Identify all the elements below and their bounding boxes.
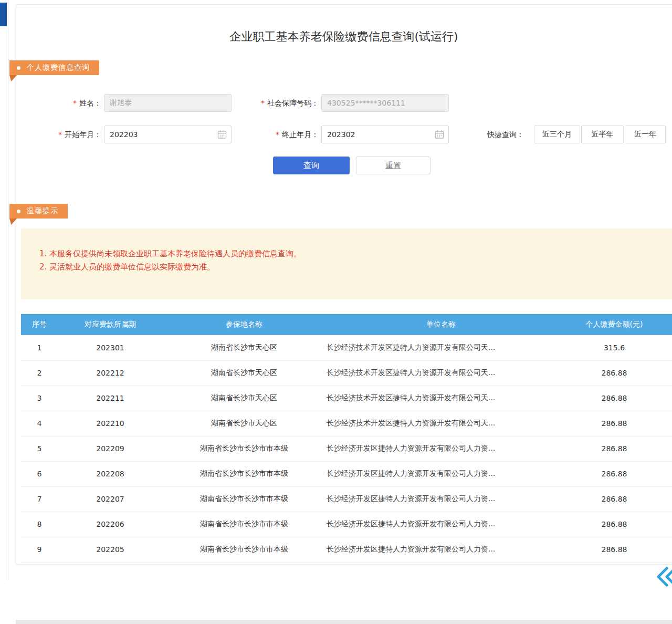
table-row: 6 202208 湖南省长沙市长沙市市本级 长沙经济开发区捷特人力资源开发有限公… [21,461,672,486]
cell-area: 湖南省长沙市天心区 [163,411,326,436]
sidebar-strip [0,0,8,580]
start-month-label: *开始年月： [32,126,101,143]
header-area: 参保地名称 [163,314,326,335]
required-asterisk: * [261,99,265,107]
table-row: 7 202207 湖南省长沙市长沙市市本级 长沙经济开发区捷特人力资源开发有限公… [21,486,672,512]
quick-btn-3months[interactable]: 近三个月 [534,126,580,143]
table-row: 4 202210 湖南省长沙市天心区 长沙经济技术开发区捷特人力资源开发有限公司… [21,411,672,436]
cell-period: 202211 [58,386,163,411]
cell-company: 长沙经济技术开发区捷特人力资源开发有限公司天... [326,386,556,411]
tips-line-1: 1. 本服务仅提供尚未领取企业职工基本养老保险待遇人员的缴费信息查询。 [39,247,662,261]
reset-button[interactable]: 重置 [356,157,430,174]
cell-index: 5 [21,436,58,461]
required-asterisk: * [58,130,62,139]
name-label: *姓名： [32,95,101,111]
cell-period: 202207 [58,486,163,512]
end-month-label: *终止年月： [242,126,319,143]
cell-index: 7 [21,486,58,512]
bullet-dot-icon [17,66,20,70]
cell-area: 湖南省长沙市长沙市市本级 [163,461,326,486]
cell-index: 3 [21,386,58,411]
quick-query-label: 快捷查询： [487,126,524,143]
quick-btn-1year[interactable]: 近一年 [625,126,666,143]
cell-area: 湖南省长沙市天心区 [163,360,326,386]
cell-amount: 286.88 [556,537,672,562]
cell-period: 202210 [58,411,163,436]
cell-index: 6 [21,461,58,486]
cell-company: 长沙经济开发区捷特人力资源开发有限公司人力资... [326,512,556,537]
cell-period: 202205 [58,537,163,562]
cell-period: 202206 [58,512,163,537]
double-chevron-left-icon[interactable] [656,566,672,587]
cell-amount: 286.88 [556,411,672,436]
payment-table: 序号 对应费款所属期 参保地名称 单位名称 个人缴费金额(元) 1 202301… [21,314,672,563]
cell-index: 4 [21,411,58,436]
ssn-field [321,94,449,112]
cell-company: 长沙经济技术开发区捷特人力资源开发有限公司天... [326,411,556,436]
cell-amount: 286.88 [556,486,672,512]
cell-period: 202208 [58,461,163,486]
cell-company: 长沙经济开发区捷特人力资源开发有限公司人力资... [326,486,556,512]
tips-box: 1. 本服务仅提供尚未领取企业职工基本养老保险待遇人员的缴费信息查询。 2. 灵… [21,228,672,299]
section-badge-query-label: 个人缴费信息查询 [27,63,90,72]
cell-index: 9 [21,537,58,562]
table-row: 2 202212 湖南省长沙市天心区 长沙经济技术开发区捷特人力资源开发有限公司… [21,360,672,386]
bottom-divider [16,620,672,624]
cell-amount: 286.88 [556,512,672,537]
bullet-dot-icon [17,210,20,213]
calendar-icon[interactable] [217,130,227,139]
cell-company: 长沙经济技术开发区捷特人力资源开发有限公司天... [326,360,556,386]
header-period: 对应费款所属期 [58,314,163,335]
cell-amount: 286.88 [556,386,672,411]
page-title: 企业职工基本养老保险缴费信息查询(试运行) [16,29,672,45]
cell-area: 湖南省长沙市长沙市市本级 [163,512,326,537]
table-row: 8 202206 湖南省长沙市长沙市市本级 长沙经济开发区捷特人力资源开发有限公… [21,512,672,537]
table-body: 1 202301 湖南省长沙市天心区 长沙经济技术开发区捷特人力资源开发有限公司… [21,335,672,562]
end-month-input[interactable] [321,126,449,143]
sidebar-blue-tab[interactable] [0,3,7,26]
cell-period: 202212 [58,360,163,386]
cell-amount: 286.88 [556,461,672,486]
start-month-input[interactable] [104,126,232,143]
cell-period: 202209 [58,436,163,461]
section-badge-query: 个人缴费信息查询 [9,60,99,75]
section-badge-tips-label: 温馨提示 [27,206,58,216]
cell-amount: 315.6 [556,335,672,360]
section-badge-tips: 温馨提示 [9,204,68,219]
name-field [104,94,232,112]
cell-index: 8 [21,512,58,537]
cell-area: 湖南省长沙市长沙市市本级 [163,537,326,562]
cell-area: 湖南省长沙市长沙市市本级 [163,436,326,461]
cell-company: 长沙经济开发区捷特人力资源开发有限公司人力资... [326,461,556,486]
table-row: 3 202211 湖南省长沙市天心区 长沙经济技术开发区捷特人力资源开发有限公司… [21,386,672,411]
table-row: 5 202209 湖南省长沙市长沙市市本级 长沙经济开发区捷特人力资源开发有限公… [21,436,672,461]
required-asterisk: * [73,99,77,107]
header-index: 序号 [21,314,58,335]
required-asterisk: * [276,130,279,139]
cell-amount: 286.88 [556,436,672,461]
cell-index: 2 [21,360,58,386]
cell-company: 长沙经济技术开发区捷特人力资源开发有限公司天... [326,335,556,360]
cell-amount: 286.88 [556,360,672,386]
cell-index: 1 [21,335,58,360]
cell-area: 湖南省长沙市天心区 [163,386,326,411]
header-company: 单位名称 [326,314,556,335]
cell-company: 长沙经济开发区捷特人力资源开发有限公司人力资... [326,436,556,461]
table-row: 1 202301 湖南省长沙市天心区 长沙经济技术开发区捷特人力资源开发有限公司… [21,335,672,360]
query-button[interactable]: 查询 [273,157,350,174]
header-amount: 个人缴费金额(元) [556,314,672,335]
tips-line-2: 2. 灵活就业人员的缴费单位信息以实际缴费为准。 [39,261,662,274]
quick-btn-halfyear[interactable]: 近半年 [581,126,624,143]
cell-period: 202301 [58,335,163,360]
ssn-label: *社会保障号码： [231,95,319,111]
cell-company: 长沙经济开发区捷特人力资源开发有限公司人力资... [326,537,556,562]
table-row: 9 202205 湖南省长沙市长沙市市本级 长沙经济开发区捷特人力资源开发有限公… [21,537,672,562]
cell-area: 湖南省长沙市长沙市市本级 [163,486,326,512]
calendar-icon[interactable] [435,130,444,139]
table-header: 序号 对应费款所属期 参保地名称 单位名称 个人缴费金额(元) [21,314,672,335]
cell-area: 湖南省长沙市天心区 [163,335,326,360]
